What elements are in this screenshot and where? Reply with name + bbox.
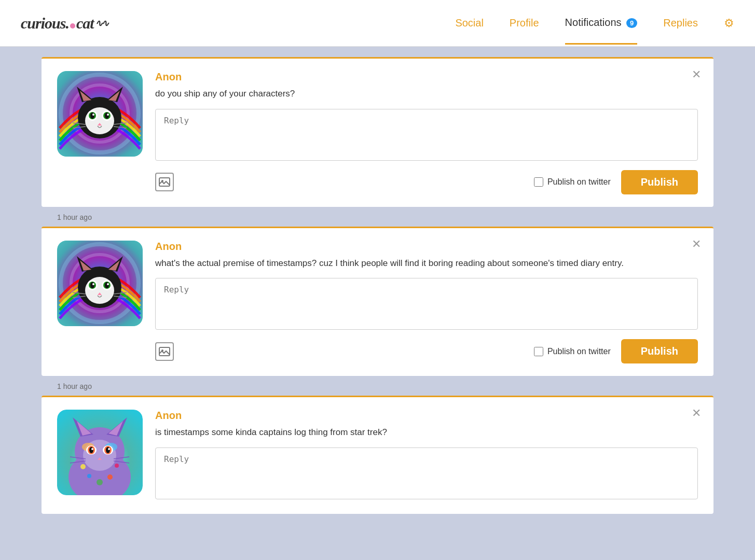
svg-point-68 bbox=[106, 447, 110, 453]
svg-point-41 bbox=[90, 282, 94, 288]
publish-twitter-label-1[interactable]: Publish on twitter bbox=[534, 177, 611, 187]
nav-social[interactable]: Social bbox=[455, 3, 483, 44]
question-text-1: do you ship any of your characters? bbox=[155, 87, 698, 101]
reply-input-3[interactable] bbox=[155, 447, 698, 499]
logo-pink-dot bbox=[70, 23, 75, 29]
svg-point-42 bbox=[105, 282, 109, 288]
logo[interactable]: curious.cat ∿∿ bbox=[21, 15, 107, 32]
reply-input-2[interactable] bbox=[155, 278, 698, 330]
publish-button-2[interactable]: Publish bbox=[621, 339, 698, 363]
image-upload-2 bbox=[155, 342, 174, 361]
svg-point-44 bbox=[107, 283, 109, 285]
sender-name-3: Anon bbox=[155, 410, 698, 422]
svg-point-69 bbox=[91, 448, 93, 450]
sender-name-2: Anon bbox=[155, 241, 698, 253]
image-icon-2[interactable] bbox=[155, 342, 174, 361]
close-button-3[interactable]: ✕ bbox=[692, 408, 701, 419]
card-content-2: Anon what's the actual premise of timest… bbox=[155, 241, 698, 364]
timestamp-2: 1 hour ago bbox=[42, 377, 713, 396]
image-upload-1 bbox=[155, 173, 174, 191]
publish-twitter-text-2: Publish on twitter bbox=[547, 347, 611, 356]
svg-point-79 bbox=[87, 474, 91, 478]
logo-curious: curious bbox=[21, 15, 65, 32]
nav-replies[interactable]: Replies bbox=[663, 3, 698, 44]
svg-point-67 bbox=[89, 447, 93, 453]
svg-point-16 bbox=[105, 113, 109, 119]
svg-point-80 bbox=[107, 474, 113, 480]
publish-twitter-text-1: Publish on twitter bbox=[547, 177, 611, 187]
logo-cat: cat bbox=[76, 15, 94, 32]
logo-whiskers: ∿∿ bbox=[95, 18, 107, 29]
nav-profile[interactable]: Profile bbox=[510, 3, 539, 44]
sender-name-1: Anon bbox=[155, 71, 698, 83]
publish-twitter-checkbox-2[interactable] bbox=[534, 347, 543, 356]
card-content-1: Anon do you ship any of your characters? bbox=[155, 71, 698, 194]
notification-card-2: ✕ bbox=[42, 227, 713, 376]
avatar-1 bbox=[57, 71, 143, 157]
image-icon-1[interactable] bbox=[155, 173, 174, 191]
timestamp-1: 1 hour ago bbox=[42, 208, 713, 227]
close-button-1[interactable]: ✕ bbox=[692, 69, 701, 80]
avatar-3 bbox=[57, 410, 143, 495]
avatar-2 bbox=[57, 241, 143, 326]
question-text-2: what's the actual premise of timestamps?… bbox=[155, 257, 698, 270]
svg-point-76 bbox=[80, 464, 86, 469]
settings-icon[interactable]: ⚙ bbox=[724, 17, 734, 30]
svg-point-77 bbox=[115, 464, 119, 468]
publish-twitter-label-2[interactable]: Publish on twitter bbox=[534, 347, 611, 356]
card-content-3: Anon is timestamps some kinda captains l… bbox=[155, 410, 698, 501]
notification-card-3: ✕ bbox=[42, 396, 713, 514]
svg-point-17 bbox=[92, 114, 94, 116]
logo-dot-separator: . bbox=[65, 15, 69, 32]
main-nav: Social Profile Notifications 9 Replies ⚙ bbox=[455, 2, 734, 45]
card-actions-1: Publish on twitter Publish bbox=[155, 170, 698, 194]
publish-button-1[interactable]: Publish bbox=[621, 170, 698, 194]
svg-point-78 bbox=[97, 479, 103, 485]
svg-point-43 bbox=[92, 283, 94, 285]
question-text-3: is timestamps some kinda captains log th… bbox=[155, 426, 698, 439]
publish-twitter-checkbox-1[interactable] bbox=[534, 177, 543, 187]
svg-point-15 bbox=[90, 113, 94, 119]
close-button-2[interactable]: ✕ bbox=[692, 239, 701, 250]
header: curious.cat ∿∿ Social Profile Notificati… bbox=[0, 0, 755, 47]
notification-badge: 9 bbox=[626, 18, 637, 28]
notification-card-1: ✕ bbox=[42, 57, 713, 207]
reply-input-1[interactable] bbox=[155, 109, 698, 161]
logo-text: curious.cat bbox=[21, 15, 94, 32]
card-actions-2: Publish on twitter Publish bbox=[155, 339, 698, 363]
nav-notifications-label: Notifications bbox=[565, 17, 622, 28]
main-content: ✕ bbox=[0, 47, 755, 525]
nav-notifications[interactable]: Notifications 9 bbox=[565, 2, 638, 45]
svg-point-18 bbox=[107, 114, 109, 116]
svg-point-70 bbox=[108, 448, 110, 450]
